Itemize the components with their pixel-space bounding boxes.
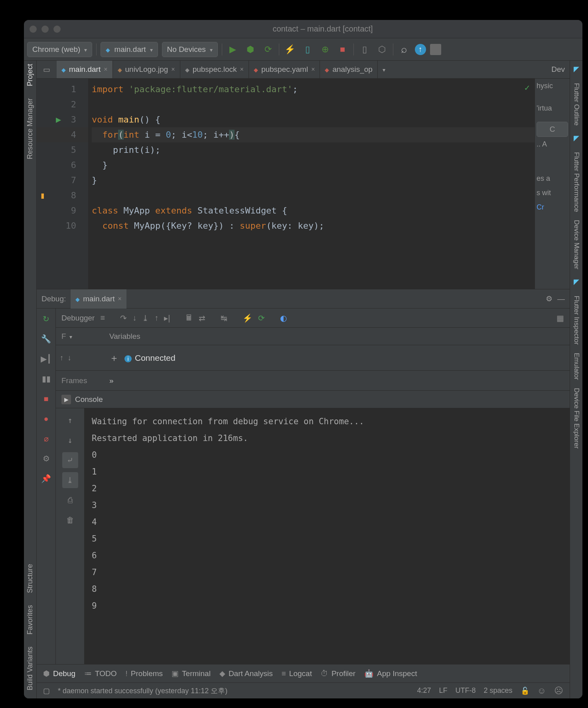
toolwindow-quick-icon[interactable]: ▢ [43,686,50,695]
line-number[interactable]: 4 [37,127,88,142]
gear-icon[interactable]: ⚙ [546,294,552,303]
update-icon[interactable] [415,44,426,55]
target-selector[interactable]: Chrome (web) [27,42,92,57]
line-number[interactable]: 6 [37,158,88,173]
step-out-icon[interactable]: ↑ [154,313,158,322]
bottom-terminal[interactable]: ▣Terminal [172,669,211,678]
devtools-icon[interactable]: ◐ [280,313,287,323]
stop-icon[interactable]: ■ [40,392,53,405]
code-area[interactable]: ✓ import 'package:flutter/material.dart'… [89,79,535,289]
clear-icon[interactable]: 🗑 [62,512,78,528]
frames-hdr[interactable]: F [61,332,66,341]
structure-toolwindow[interactable]: Structure [26,564,34,593]
pin-icon[interactable]: 📌 [40,472,53,485]
evaluate-icon[interactable]: 🖩 [185,313,193,322]
bottom-debug[interactable]: ⬢Debug [43,669,75,678]
resmgr-toolwindow[interactable]: Resource Manager [26,98,34,159]
variants-toolwindow[interactable]: Build Variants [26,647,34,690]
encoding[interactable]: UTF-8 [455,686,476,695]
bottom-app-inspect[interactable]: 🤖App Inspect [364,669,417,678]
avatar-icon[interactable] [430,44,441,55]
close-icon[interactable]: × [171,66,175,73]
bottom-profiler[interactable]: ⏱Profiler [321,669,355,678]
project-collapse[interactable]: ▭ [37,61,57,78]
outline-toolwindow[interactable]: Flutter Outline [572,83,580,126]
pause-icon[interactable]: ▮▮ [40,372,53,385]
bottom-todo[interactable]: ≔TODO [84,669,117,678]
search-icon[interactable] [397,43,411,56]
zoom-icon[interactable] [53,26,61,33]
line-number[interactable]: 10 [37,218,88,233]
close-icon[interactable]: × [118,295,121,303]
console-output[interactable]: Waiting for connection from debug servic… [85,408,570,664]
run-gutter-icon[interactable]: ▶ [56,112,61,127]
print-icon[interactable]: ⎙ [62,492,78,508]
line-number[interactable]: 1 [37,82,88,97]
frame-up-icon[interactable]: ↑ [60,354,64,362]
minimize-icon[interactable]: — [557,295,565,303]
line-sep[interactable]: LF [439,686,447,695]
layout-icon[interactable]: ▦ [556,313,564,323]
create-device-button[interactable]: C [537,122,568,137]
window-controls[interactable] [30,26,61,33]
lock-icon[interactable]: 🔓 [521,686,529,695]
mute-bp-icon[interactable]: ⌀ [40,432,53,445]
force-step-into-icon[interactable]: ⤓ [142,313,149,323]
emulator-toolwindow[interactable]: Emulator [572,353,580,380]
favorites-toolwindow[interactable]: Favorites [26,605,34,635]
filex-toolwindow[interactable]: Device File Explorer [572,388,580,449]
step-over-icon[interactable]: ↷ [120,313,127,323]
run-to-cursor-icon[interactable]: ▸| [164,313,170,323]
resume-icon[interactable]: ▶┃ [40,352,53,365]
attach-icon[interactable] [301,43,314,56]
avd-icon[interactable] [375,43,389,56]
tab-main-dart[interactable]: main.dart × [57,61,113,78]
soft-wrap-icon[interactable]: ⤶ [62,452,78,468]
breakpoint-view-icon[interactable]: ● [40,412,53,425]
line-number[interactable]: ▮8 [37,188,88,203]
tab-pubspec-yaml[interactable]: pubspec.yaml × [249,61,320,78]
unknown-icon[interactable]: ↹ [221,313,227,323]
stop-icon[interactable] [336,43,349,56]
tab-pubspec-lock[interactable]: pubspec.lock × [180,61,249,78]
trace-icon[interactable]: ⇄ [199,313,205,323]
frames-label[interactable]: Frames [56,371,104,390]
show-exec-icon[interactable]: ≡ [100,313,105,322]
debugger-label[interactable]: Debugger [61,314,95,322]
line-number[interactable]: ▶3 [37,112,88,127]
more-icon[interactable]: » [109,376,114,385]
bottom-problems[interactable]: !Problems [126,669,163,678]
indent[interactable]: 2 spaces [483,686,512,695]
line-number[interactable]: 2 [37,97,88,112]
feedback-sad-icon[interactable]: ☹ [554,686,563,696]
device-icon[interactable] [358,43,371,56]
frame-down-icon[interactable]: ↓ [68,354,72,362]
hot-reload-icon[interactable]: ⚡ [243,313,253,323]
rerun-icon[interactable]: ↻ [40,312,53,325]
device-selector[interactable]: No Devices [162,42,218,57]
debug-icon[interactable] [244,43,257,56]
more-tabs[interactable] [378,61,390,78]
minimize-icon[interactable] [41,26,49,33]
problems-check-icon[interactable]: ✓ [525,83,530,93]
close-icon[interactable]: × [240,66,244,73]
editor[interactable]: 1 2 ▶3 4 5 6 7 ▮8 9 10 ✓ import 'package… [37,79,535,289]
close-icon[interactable]: × [311,66,315,73]
step-into-icon[interactable]: ↓ [132,313,136,322]
add-watch-icon[interactable]: ＋ [109,352,119,364]
scroll-end-icon[interactable]: ⤓ [62,472,78,488]
close-icon[interactable] [30,26,37,33]
tab-analysis-options[interactable]: analysis_op [320,61,377,78]
debug-session-tab[interactable]: main.dart × [71,289,126,309]
line-number[interactable]: 7 [37,173,88,188]
hot-reload-icon[interactable] [283,43,297,56]
line-number[interactable]: 9 [37,203,88,218]
hot-restart-icon[interactable]: ⟳ [258,313,265,323]
close-icon[interactable]: × [104,66,107,73]
devmgr-toolwindow[interactable]: Device Manager [572,220,580,269]
coverage-icon[interactable] [261,43,275,56]
cursor-position[interactable]: 4:27 [417,686,431,695]
bookmark-icon[interactable]: ▮ [40,188,45,203]
bottom-dart-analysis[interactable]: ◆Dart Analysis [219,669,273,678]
wrench-icon[interactable]: 🔧 [40,332,53,345]
